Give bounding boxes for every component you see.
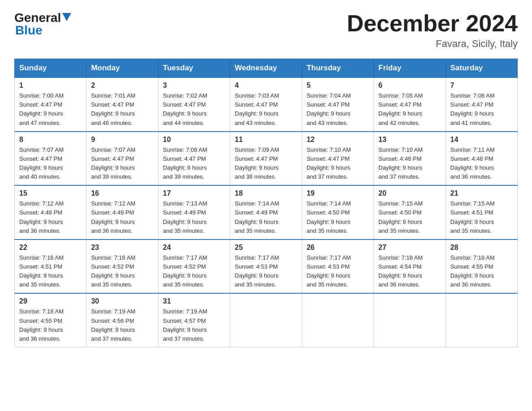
table-row: 15 Sunrise: 7:12 AM Sunset: 4:48 PM Dayl… xyxy=(15,185,86,240)
table-row: 18 Sunrise: 7:14 AM Sunset: 4:49 PM Dayl… xyxy=(230,185,302,240)
day-number: 8 xyxy=(19,136,82,144)
table-row: 4 Sunrise: 7:03 AM Sunset: 4:47 PM Dayli… xyxy=(230,77,302,132)
table-row: 27 Sunrise: 7:18 AM Sunset: 4:54 PM Dayl… xyxy=(374,240,446,294)
day-number: 29 xyxy=(19,297,82,305)
month-title: December 2024 xyxy=(347,11,518,36)
day-number: 14 xyxy=(450,136,513,144)
day-info: Sunrise: 7:17 AM Sunset: 4:53 PM Dayligh… xyxy=(235,253,297,290)
table-row: 23 Sunrise: 7:16 AM Sunset: 4:52 PM Dayl… xyxy=(86,240,158,294)
day-info: Sunrise: 7:07 AM Sunset: 4:47 PM Dayligh… xyxy=(19,146,82,182)
table-row: 2 Sunrise: 7:01 AM Sunset: 4:47 PM Dayli… xyxy=(86,77,158,132)
table-row: 5 Sunrise: 7:04 AM Sunset: 4:47 PM Dayli… xyxy=(302,77,373,132)
day-number: 22 xyxy=(19,244,82,252)
day-number: 26 xyxy=(307,244,369,252)
table-row: 21 Sunrise: 7:15 AM Sunset: 4:51 PM Dayl… xyxy=(446,185,517,240)
table-row: 30 Sunrise: 7:19 AM Sunset: 4:56 PM Dayl… xyxy=(86,293,158,347)
day-number: 19 xyxy=(307,189,369,197)
calendar-week-row: 22 Sunrise: 7:16 AM Sunset: 4:51 PM Dayl… xyxy=(15,240,518,294)
table-row: 17 Sunrise: 7:13 AM Sunset: 4:49 PM Dayl… xyxy=(158,185,230,240)
col-thursday: Thursday xyxy=(302,59,373,78)
day-number: 9 xyxy=(91,136,153,144)
day-number: 11 xyxy=(235,136,297,144)
logo-blue: Blue xyxy=(15,23,43,37)
day-number: 2 xyxy=(91,81,153,90)
day-info: Sunrise: 7:16 AM Sunset: 4:52 PM Dayligh… xyxy=(91,253,153,290)
day-number: 24 xyxy=(163,244,225,252)
table-row: 26 Sunrise: 7:17 AM Sunset: 4:53 PM Dayl… xyxy=(302,240,373,294)
calendar-week-row: 8 Sunrise: 7:07 AM Sunset: 4:47 PM Dayli… xyxy=(15,132,518,186)
table-row xyxy=(302,293,373,347)
table-row: 6 Sunrise: 7:05 AM Sunset: 4:47 PM Dayli… xyxy=(374,77,446,132)
day-number: 28 xyxy=(450,244,513,252)
day-info: Sunrise: 7:15 AM Sunset: 4:50 PM Dayligh… xyxy=(378,199,441,235)
calendar-table: Sunday Monday Tuesday Wednesday Thursday… xyxy=(14,59,518,347)
day-info: Sunrise: 7:18 AM Sunset: 4:55 PM Dayligh… xyxy=(450,253,513,290)
day-number: 1 xyxy=(19,81,82,90)
col-friday: Friday xyxy=(374,59,446,78)
table-row: 16 Sunrise: 7:12 AM Sunset: 4:49 PM Dayl… xyxy=(86,185,158,240)
day-number: 31 xyxy=(163,297,225,305)
table-row xyxy=(446,293,517,347)
location-subtitle: Favara, Sicily, Italy xyxy=(347,38,518,50)
title-area: December 2024 Favara, Sicily, Italy xyxy=(347,11,518,50)
day-info: Sunrise: 7:00 AM Sunset: 4:47 PM Dayligh… xyxy=(19,91,82,128)
day-number: 20 xyxy=(378,189,441,197)
table-row xyxy=(374,293,446,347)
day-number: 16 xyxy=(91,189,153,197)
day-number: 5 xyxy=(307,81,369,90)
day-info: Sunrise: 7:01 AM Sunset: 4:47 PM Dayligh… xyxy=(91,91,153,128)
calendar-week-row: 15 Sunrise: 7:12 AM Sunset: 4:48 PM Dayl… xyxy=(15,185,518,240)
day-info: Sunrise: 7:02 AM Sunset: 4:47 PM Dayligh… xyxy=(163,91,225,128)
table-row: 22 Sunrise: 7:16 AM Sunset: 4:51 PM Dayl… xyxy=(15,240,86,294)
day-number: 6 xyxy=(378,81,441,90)
day-number: 4 xyxy=(235,81,297,90)
table-row: 8 Sunrise: 7:07 AM Sunset: 4:47 PM Dayli… xyxy=(15,132,86,186)
header-row: Sunday Monday Tuesday Wednesday Thursday… xyxy=(15,59,518,78)
day-info: Sunrise: 7:15 AM Sunset: 4:51 PM Dayligh… xyxy=(450,199,513,235)
table-row: 1 Sunrise: 7:00 AM Sunset: 4:47 PM Dayli… xyxy=(15,77,86,132)
table-row: 3 Sunrise: 7:02 AM Sunset: 4:47 PM Dayli… xyxy=(158,77,230,132)
table-row: 29 Sunrise: 7:18 AM Sunset: 4:55 PM Dayl… xyxy=(15,293,86,347)
day-info: Sunrise: 7:12 AM Sunset: 4:49 PM Dayligh… xyxy=(91,199,153,235)
col-tuesday: Tuesday xyxy=(158,59,230,78)
col-monday: Monday xyxy=(86,59,158,78)
day-info: Sunrise: 7:10 AM Sunset: 4:47 PM Dayligh… xyxy=(307,146,369,182)
day-number: 10 xyxy=(163,136,225,144)
table-row: 24 Sunrise: 7:17 AM Sunset: 4:52 PM Dayl… xyxy=(158,240,230,294)
table-row: 31 Sunrise: 7:19 AM Sunset: 4:57 PM Dayl… xyxy=(158,293,230,347)
table-row: 19 Sunrise: 7:14 AM Sunset: 4:50 PM Dayl… xyxy=(302,185,373,240)
day-info: Sunrise: 7:07 AM Sunset: 4:47 PM Dayligh… xyxy=(91,146,153,182)
day-info: Sunrise: 7:10 AM Sunset: 4:48 PM Dayligh… xyxy=(378,146,441,182)
day-number: 12 xyxy=(307,136,369,144)
table-row: 28 Sunrise: 7:18 AM Sunset: 4:55 PM Dayl… xyxy=(446,240,517,294)
day-info: Sunrise: 7:11 AM Sunset: 4:48 PM Dayligh… xyxy=(450,146,513,182)
calendar-week-row: 29 Sunrise: 7:18 AM Sunset: 4:55 PM Dayl… xyxy=(15,293,518,347)
day-info: Sunrise: 7:03 AM Sunset: 4:47 PM Dayligh… xyxy=(235,91,297,128)
day-info: Sunrise: 7:12 AM Sunset: 4:48 PM Dayligh… xyxy=(19,199,82,235)
logo: General Blue xyxy=(14,11,71,38)
day-info: Sunrise: 7:06 AM Sunset: 4:47 PM Dayligh… xyxy=(450,91,513,128)
day-number: 7 xyxy=(450,81,513,90)
day-info: Sunrise: 7:14 AM Sunset: 4:50 PM Dayligh… xyxy=(307,199,369,235)
table-row: 12 Sunrise: 7:10 AM Sunset: 4:47 PM Dayl… xyxy=(302,132,373,186)
table-row: 10 Sunrise: 7:08 AM Sunset: 4:47 PM Dayl… xyxy=(158,132,230,186)
logo-triangle-icon xyxy=(62,13,71,21)
day-info: Sunrise: 7:17 AM Sunset: 4:53 PM Dayligh… xyxy=(307,253,369,290)
page-header: General Blue December 2024 Favara, Sicil… xyxy=(14,11,518,50)
table-row: 9 Sunrise: 7:07 AM Sunset: 4:47 PM Dayli… xyxy=(86,132,158,186)
table-row: 14 Sunrise: 7:11 AM Sunset: 4:48 PM Dayl… xyxy=(446,132,517,186)
day-number: 27 xyxy=(378,244,441,252)
day-info: Sunrise: 7:18 AM Sunset: 4:54 PM Dayligh… xyxy=(378,253,441,290)
day-number: 30 xyxy=(91,297,153,305)
day-info: Sunrise: 7:05 AM Sunset: 4:47 PM Dayligh… xyxy=(378,91,441,128)
day-info: Sunrise: 7:04 AM Sunset: 4:47 PM Dayligh… xyxy=(307,91,369,128)
day-info: Sunrise: 7:08 AM Sunset: 4:47 PM Dayligh… xyxy=(163,146,225,182)
col-wednesday: Wednesday xyxy=(230,59,302,78)
day-number: 23 xyxy=(91,244,153,252)
table-row: 7 Sunrise: 7:06 AM Sunset: 4:47 PM Dayli… xyxy=(446,77,517,132)
day-number: 13 xyxy=(378,136,441,144)
day-number: 18 xyxy=(235,189,297,197)
table-row: 11 Sunrise: 7:09 AM Sunset: 4:47 PM Dayl… xyxy=(230,132,302,186)
day-info: Sunrise: 7:16 AM Sunset: 4:51 PM Dayligh… xyxy=(19,253,82,290)
table-row: 25 Sunrise: 7:17 AM Sunset: 4:53 PM Dayl… xyxy=(230,240,302,294)
